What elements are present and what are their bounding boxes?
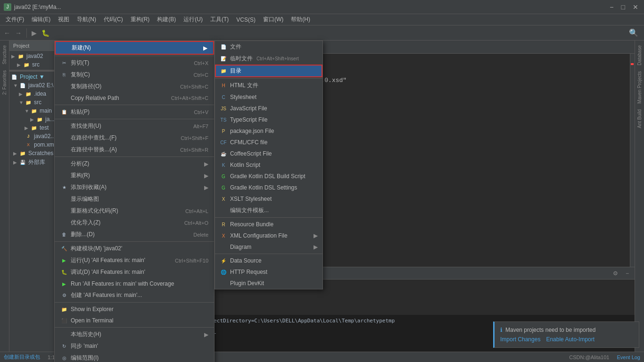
ctx-item-replace-in-path[interactable]: 在路径中替换...(A) Ctrl+Shift+R [55, 144, 214, 156]
ctx-item-paste[interactable]: 📋 粘贴(P) Ctrl+V [55, 106, 214, 118]
structure-tab[interactable]: Structure [1, 42, 8, 67]
ctx-sep-4 [55, 156, 214, 157]
ant-build-tab[interactable]: Ant Build [636, 107, 643, 131]
ctx-item-run-coverage[interactable]: ▶ Run 'All Features in: main' with Cover… [55, 278, 214, 289]
ctx-item-find-usages[interactable]: 查找使用(U) Alt+F7 [55, 120, 214, 132]
menu-item-r[interactable]: 重构(R) [127, 15, 154, 25]
folder-icon: 📁 [30, 107, 38, 114]
tree-label: java02... [34, 133, 55, 140]
sm-http-request[interactable]: 🌐 HTTP Request [215, 266, 322, 278]
cut-icon: ✂ [60, 59, 68, 67]
ctx-item-optimize-imports[interactable]: 优化导入(Z) Ctrl+Alt+O [55, 217, 214, 229]
sm-gradle-settings[interactable]: G Gradle Kotlin DSL Settings [215, 182, 322, 193]
ctx-item-copy-rel-path[interactable]: Copy Relative Path Ctrl+Alt+Shift+C [55, 92, 214, 104]
sm-cfml[interactable]: CF CFML/CFC file [215, 137, 322, 148]
toolbar-icon-build[interactable]: ▶ [30, 29, 39, 37]
sm-kotlin[interactable]: K Kotlin Script [215, 159, 322, 171]
status-new-item[interactable]: 创建新目录或包 [4, 354, 40, 361]
menu-item-t[interactable]: 工具(T) [206, 15, 232, 25]
ctx-item-scope[interactable]: ◎ 编辑范围(I) [55, 352, 214, 362]
menu-item-c[interactable]: 代码(C) [100, 15, 127, 25]
event-log[interactable]: Event Log [617, 354, 640, 360]
sm-xml-config[interactable]: X XML Configuration File ▶ [215, 230, 322, 241]
sm-html[interactable]: H HTML 文件 [215, 80, 322, 91]
ctx-item-show-explorer[interactable]: 📁 Show in Explorer [55, 304, 214, 315]
tree-label: Scratches [28, 150, 53, 156]
sm-js[interactable]: JS JavaScript File [215, 103, 322, 114]
sm-diagram-arrow: ▶ [314, 244, 318, 250]
sm-xslt[interactable]: X XSLT Stylesheet [215, 193, 322, 205]
java-icon: J [25, 133, 32, 140]
project-header-label: Project [13, 43, 29, 49]
ctx-item-create-run[interactable]: ⚙ 创建 'All Features in: main'... [55, 289, 214, 301]
sm-coffeescript[interactable]: ☕ CoffeeScript File [215, 148, 322, 159]
maximize-button[interactable]: □ [619, 3, 627, 11]
menu-item-vcss[interactable]: VCS(S) [232, 16, 259, 24]
sm-temp-file[interactable]: 📝 临时文件 Ctrl+Alt+Shift+Insert [215, 53, 322, 65]
toolbar-icon-debug[interactable]: 🐛 [40, 29, 51, 37]
import-changes-link[interactable]: Import Changes [500, 336, 540, 343]
notification-actions: Import Changes Enable Auto-Import [500, 336, 633, 343]
sm-data-source[interactable]: ⚡ Data Source [215, 255, 322, 266]
database-tab[interactable]: Database [636, 42, 643, 68]
sm-gradle-build[interactable]: G Gradle Kotlin DSL Build Script [215, 171, 322, 182]
ctx-item-reformat[interactable]: 重新格式化代码(R) Ctrl+Alt+L [55, 205, 214, 217]
menu-item-e[interactable]: 编辑(E) [28, 15, 54, 25]
close-button[interactable]: ✕ [631, 3, 640, 11]
ctx-item-cut[interactable]: ✂ 剪切(T) Ctrl+X [55, 57, 214, 69]
terminal-icon: ⬛ [60, 317, 68, 324]
bottom-settings-icon[interactable]: ⚙ [609, 270, 622, 277]
ctx-item-show-diagram[interactable]: 显示编略图 [55, 193, 214, 205]
sm-diagram[interactable]: Diagram ▶ [215, 241, 322, 253]
favorites-tab[interactable]: 2: Favorites [1, 67, 8, 98]
bottom-close-icon[interactable]: − [622, 270, 633, 277]
window-controls[interactable]: − □ ✕ [608, 3, 640, 11]
ctx-item-open-terminal[interactable]: ⬛ Open in Terminal [55, 315, 214, 326]
ctx-item-run[interactable]: ▶ 运行(U) 'All Features in: main' Ctrl+Shi… [55, 255, 214, 266]
menu-item-w[interactable]: 窗口(W) [259, 15, 287, 25]
menu-item-[interactable]: 视图 [54, 15, 73, 25]
ctx-item-local-history[interactable]: 本地历史(H) ▶ [55, 329, 214, 340]
sm-stylesheet[interactable]: C Stylesheet [215, 91, 322, 103]
ctx-item-new[interactable]: 新建(N) ▶ [55, 41, 214, 55]
menu-item-u[interactable]: 运行(U) [180, 15, 206, 25]
tree-label: src [32, 61, 40, 68]
toolbar-icon-back[interactable]: ← [2, 29, 12, 37]
ctx-item-refactor[interactable]: 重构(R) ▶ [55, 170, 214, 181]
menu-item-h[interactable]: 帮助(H) [287, 15, 314, 25]
ctx-item-copy-path[interactable]: 复制路径(O) Ctrl+Shift+C [55, 81, 214, 92]
sm-file[interactable]: 📄 文件 [215, 41, 322, 53]
ctx-item-favorites[interactable]: ★ 添加到收藏(A) ▶ [55, 181, 214, 193]
diagram-icon [60, 196, 68, 203]
notification-header: ℹ Maven projects need to be imported [500, 327, 633, 333]
enable-auto-import-link[interactable]: Enable Auto-Import [546, 336, 594, 343]
sm-edit-templates[interactable]: 编辑文件模板... [215, 205, 322, 216]
sync-icon: ↻ [60, 343, 68, 350]
ctx-item-debug[interactable]: 🐛 调试(D) 'All Features in: main' [55, 266, 214, 278]
replace-icon [60, 146, 68, 154]
ctx-item-find-in-path[interactable]: 在路径中查找...(F) Ctrl+Shift+F [55, 132, 214, 144]
tree-arrow: ▶ [13, 160, 19, 165]
sm-plugin-devkit[interactable]: Plugin DevKit [215, 278, 322, 289]
sm-resource-bundle[interactable]: R Resource Bundle [215, 219, 322, 230]
ctx-item-sync[interactable]: ↻ 同步 'main' [55, 340, 214, 352]
sm-ts[interactable]: TS TypeScript File [215, 114, 322, 125]
toolbar-search[interactable]: 🔍 [625, 28, 642, 37]
sm-http-icon: 🌐 [220, 268, 227, 276]
maven-tab[interactable]: Maven Projects [636, 68, 643, 107]
menu-item-b[interactable]: 构建(B) [153, 15, 180, 25]
ctx-new-arrow: ▶ [203, 45, 207, 51]
menu-item-n[interactable]: 导航(N) [73, 15, 100, 25]
sm-package-json[interactable]: P package.json File [215, 125, 322, 137]
ctx-item-analyze[interactable]: 分析(Z) ▶ [55, 158, 214, 170]
ctx-item-copy[interactable]: ⎘ 复制(C) Ctrl+C [55, 69, 214, 81]
ctx-item-delete[interactable]: 🗑 删除...(D) Delete [55, 229, 214, 240]
menu-item-f[interactable]: 文件(F) [2, 15, 28, 25]
folder-icon: 📁 [25, 90, 32, 97]
minimize-button[interactable]: − [608, 3, 615, 11]
sm-gradle2-icon: G [220, 184, 227, 191]
sm-directory[interactable]: 📁 目录 [215, 65, 322, 77]
toolbar-icon-forward[interactable]: → [13, 29, 24, 37]
sm-cfml-icon: CF [220, 139, 227, 146]
ctx-item-build-module[interactable]: 🔨 构建模块(M) 'java02' [55, 243, 214, 255]
